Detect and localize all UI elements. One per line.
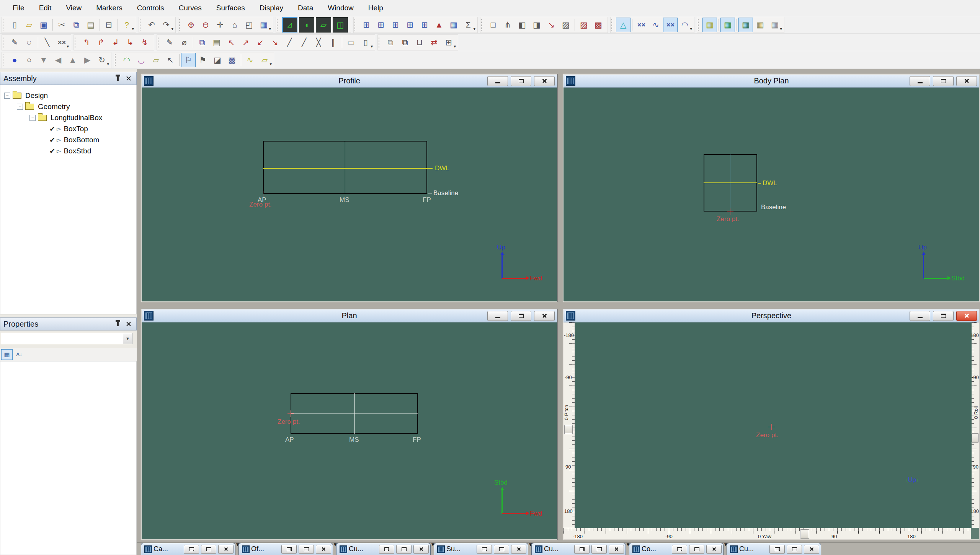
yaw-ruler[interactable]: -180 -90 0 Yaw 90 180 bbox=[564, 528, 979, 539]
sections-table-button[interactable]: ⊞ bbox=[403, 18, 417, 32]
net-visibility-button[interactable]: ▩ bbox=[225, 53, 239, 67]
histogram-button[interactable]: ▲ bbox=[432, 18, 446, 32]
select-arrow-button[interactable]: ↖ bbox=[163, 53, 178, 67]
arc-marker-button[interactable]: ◌ bbox=[22, 35, 36, 50]
plan-viewport[interactable]: Zero pt. AP MS FP Stbd Fwd bbox=[142, 322, 557, 539]
yaw-slider[interactable] bbox=[800, 529, 809, 539]
bring-forward-button[interactable]: ⧉ bbox=[398, 35, 412, 50]
sort-alphabetical-button[interactable]: A↓ bbox=[13, 349, 25, 360]
maximize-button[interactable] bbox=[511, 76, 531, 86]
group-button[interactable]: ⊞▾ bbox=[441, 35, 456, 50]
rotate-node-button[interactable]: ↗ bbox=[238, 35, 253, 50]
display-options-button[interactable]: ▦▾ bbox=[256, 18, 271, 32]
dropdown-caret-icon[interactable]: ▾ bbox=[371, 44, 373, 49]
grid-edit-green-button[interactable]: ▦ bbox=[720, 18, 735, 32]
close-button[interactable] bbox=[706, 545, 722, 554]
contours-diagonals-button[interactable]: ◡ bbox=[134, 53, 149, 67]
minimize-button[interactable] bbox=[487, 76, 508, 86]
contours-sections-button[interactable]: ◠ bbox=[119, 53, 134, 67]
line-button[interactable]: ╱ bbox=[297, 35, 311, 50]
mass-2-button[interactable]: ▩ bbox=[591, 18, 606, 32]
dropdown-caret-icon[interactable]: ▾ bbox=[270, 62, 272, 67]
profile-view-button[interactable]: ⊿ bbox=[282, 17, 297, 33]
trim-button[interactable]: ▨ bbox=[559, 18, 573, 32]
copy-geometry-button[interactable]: ⧉ bbox=[195, 35, 209, 50]
grid-edit-button[interactable]: ▦ bbox=[753, 18, 768, 32]
maximize-button[interactable] bbox=[591, 545, 607, 554]
menu-curves[interactable]: Curves bbox=[172, 0, 209, 16]
remove-point-button[interactable]: ↳ bbox=[123, 35, 137, 50]
orbit-button[interactable]: ↻▾ bbox=[95, 53, 109, 67]
close-button[interactable] bbox=[956, 76, 977, 86]
close-button[interactable] bbox=[218, 545, 234, 554]
restore-button[interactable] bbox=[574, 545, 590, 554]
taskbar-window-1[interactable]: Ca... bbox=[141, 543, 235, 555]
pan-button[interactable]: ✛ bbox=[213, 18, 227, 32]
pick-marker-button[interactable]: ╲ bbox=[40, 35, 54, 50]
grid-frames-button[interactable]: ▦ bbox=[738, 18, 753, 32]
solid-render-button[interactable]: ◧ bbox=[515, 18, 529, 32]
chevron-down-icon[interactable]: ▼ bbox=[123, 333, 132, 344]
half-visibility-button[interactable]: ◪ bbox=[210, 53, 225, 67]
restore-button[interactable] bbox=[379, 545, 394, 554]
sphere-render-button[interactable]: ● bbox=[7, 53, 22, 67]
body-plan-titlebar[interactable]: Body Plan bbox=[564, 75, 979, 88]
flag-visibility-button[interactable]: ⚐ bbox=[181, 53, 196, 67]
tree-item-boxstbd[interactable]: ✔ ▻ BoxStbd bbox=[0, 145, 136, 156]
surface-fit-button[interactable]: ◨ bbox=[529, 18, 544, 32]
print-button[interactable]: ⊟ bbox=[101, 18, 116, 32]
copy-button[interactable]: ⧉ bbox=[69, 18, 83, 32]
paste-button[interactable]: ▤ bbox=[83, 18, 98, 32]
dropdown-caret-icon[interactable]: ▾ bbox=[690, 26, 692, 31]
restore-button[interactable] bbox=[672, 545, 687, 554]
calculations-button[interactable]: Σ▾ bbox=[461, 18, 475, 32]
fit-curve-button[interactable]: ◠▾ bbox=[678, 18, 692, 32]
maximize-button[interactable] bbox=[933, 76, 954, 86]
check-icon[interactable]: ✔ bbox=[49, 125, 55, 133]
plan-titlebar[interactable]: Plan bbox=[142, 309, 557, 322]
maximize-button[interactable] bbox=[933, 311, 954, 321]
maximize-button[interactable] bbox=[396, 545, 412, 554]
minimize-button[interactable] bbox=[910, 311, 930, 321]
properties-close-button[interactable] bbox=[124, 320, 133, 328]
check-icon[interactable]: ✔ bbox=[49, 147, 55, 155]
check-icon[interactable]: ✔ bbox=[49, 136, 55, 144]
restore-button[interactable] bbox=[184, 545, 199, 554]
roll-slider[interactable] bbox=[972, 433, 979, 443]
line-cross-button[interactable]: ╳ bbox=[311, 35, 326, 50]
maximize-button[interactable] bbox=[689, 545, 704, 554]
dropdown-caret-icon[interactable]: ▾ bbox=[107, 62, 109, 67]
contours-waterlines-button[interactable]: ▱ bbox=[149, 53, 163, 67]
open-button[interactable]: ▱ bbox=[22, 18, 36, 32]
menu-window[interactable]: Window bbox=[320, 0, 361, 16]
previous-surface-button[interactable]: ◀ bbox=[51, 53, 65, 67]
offsets-table-button[interactable]: ⊞ bbox=[388, 18, 403, 32]
zoom-out-button[interactable]: ⊖ bbox=[198, 18, 213, 32]
menu-surfaces[interactable]: Surfaces bbox=[209, 0, 252, 16]
grid-plain-button[interactable]: ▦▾ bbox=[768, 18, 782, 32]
restore-button[interactable] bbox=[769, 545, 785, 554]
taskbar-window-4[interactable]: Su... bbox=[434, 543, 528, 555]
tree-item-geometry[interactable]: − Geometry bbox=[0, 101, 136, 112]
sketch-marker-button[interactable]: ✎ bbox=[7, 35, 22, 50]
plan-view-button[interactable]: ▱ bbox=[316, 17, 331, 33]
markers-large-button[interactable]: ✕✕ bbox=[663, 18, 678, 32]
tree-item-design[interactable]: − Design bbox=[0, 90, 136, 101]
next-surface-button[interactable]: ▶ bbox=[80, 53, 95, 67]
taskbar-window-7[interactable]: Cu... bbox=[727, 543, 821, 555]
menu-edit[interactable]: Edit bbox=[32, 0, 59, 16]
assembly-close-button[interactable] bbox=[124, 74, 133, 83]
line-dashed-button[interactable]: ╱ bbox=[282, 35, 297, 50]
maximize-button[interactable] bbox=[494, 545, 509, 554]
properties-combo-input[interactable] bbox=[1, 333, 123, 344]
menu-display[interactable]: Display bbox=[252, 0, 291, 16]
mass-1-button[interactable]: ▨ bbox=[577, 18, 591, 32]
dropdown-caret-icon[interactable]: ▾ bbox=[171, 26, 173, 31]
snap-button[interactable]: ↘ bbox=[544, 18, 559, 32]
maximize-button[interactable] bbox=[511, 311, 531, 321]
tree-item-longitudinalbox[interactable]: − LongitudinalBox bbox=[0, 112, 136, 123]
tree-item-boxbottom[interactable]: ✔ ▻ BoxBottom bbox=[0, 134, 136, 145]
taskbar-window-3[interactable]: Cu... bbox=[336, 543, 431, 555]
properties-pin-button[interactable] bbox=[113, 320, 122, 328]
marker-curve-button[interactable]: ∿ bbox=[648, 18, 663, 32]
